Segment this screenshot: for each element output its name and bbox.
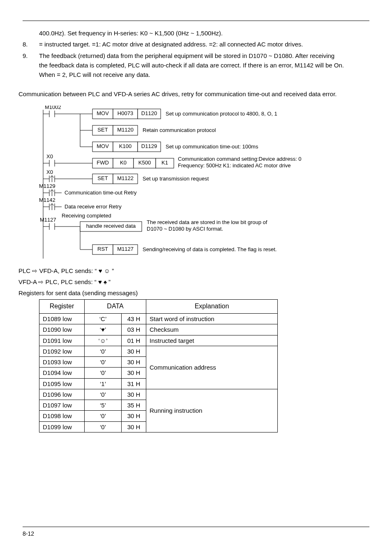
svg-text:RST: RST bbox=[97, 246, 108, 252]
svg-text:D1120: D1120 bbox=[141, 110, 157, 116]
list-content: The feedback (returned) data from the pe… bbox=[39, 51, 369, 80]
svg-text:Data receive error Retry: Data receive error Retry bbox=[65, 204, 122, 210]
svg-text:Set up communication time-out:: Set up communication time-out: 100ms bbox=[166, 143, 258, 150]
cell-reg: D1095 low bbox=[39, 378, 85, 389]
svg-text:FWD: FWD bbox=[97, 160, 109, 166]
plc-sends: PLC ⇨ VFD-A, PLC sends: “ ♥ ☺ ” bbox=[18, 266, 369, 275]
svg-text:Frequency: 500Hz K1: indicated: Frequency: 500Hz K1: indicated AC motor … bbox=[178, 162, 291, 169]
svg-text:K0: K0 bbox=[120, 160, 127, 166]
cell-exp: Running instruction bbox=[146, 389, 278, 432]
cell-reg: D1094 low bbox=[39, 368, 85, 378]
cell-hex: 03 H bbox=[122, 324, 146, 335]
cell-hex: 35 H bbox=[122, 400, 146, 411]
cell-char: ‘C’ bbox=[85, 314, 122, 324]
cell-char: ‘☺’ bbox=[85, 335, 122, 346]
list-content: = instructed target. =1: AC motor drive … bbox=[39, 39, 369, 49]
ladder-svg: .ln{stroke:#000;stroke-width:1;fill:none… bbox=[39, 106, 376, 262]
cell-reg: D1098 low bbox=[39, 411, 85, 421]
list-item-9: 9. The feedback (returned) data from the… bbox=[23, 51, 369, 80]
registers-table: Register DATA Explanation D1089 low ‘C’ … bbox=[39, 299, 278, 432]
cell-char: ‘0’ bbox=[85, 368, 122, 378]
svg-text:X0: X0 bbox=[46, 169, 53, 175]
line: The feedback (returned) data from the pe… bbox=[39, 52, 334, 59]
ladder-diagram: .ln{stroke:#000;stroke-width:1;fill:none… bbox=[39, 106, 369, 262]
svg-text:M1122: M1122 bbox=[117, 175, 134, 181]
cell-reg: D1089 low bbox=[39, 314, 85, 324]
table-row: D1089 low ‘C’ 43 H Start word of instruc… bbox=[39, 314, 278, 324]
list-item-8: 8. = instructed target. =1: AC motor dri… bbox=[23, 39, 369, 49]
svg-text:Set up transmission request: Set up transmission request bbox=[143, 176, 209, 182]
svg-text:Retain communication protocol: Retain communication protocol bbox=[143, 127, 216, 133]
cell-exp: Communication address bbox=[146, 346, 278, 389]
svg-text:SET: SET bbox=[97, 127, 108, 133]
svg-text:Sending/receiving of data is c: Sending/receiving of data is completed. … bbox=[143, 246, 277, 252]
list-number: 9. bbox=[23, 51, 31, 80]
list-number: 8. bbox=[23, 39, 31, 49]
page: 400.0Hz). Set frequency in H-series: K0 … bbox=[0, 0, 392, 555]
continuation-paragraph: 400.0Hz). Set frequency in H-series: K0 … bbox=[39, 28, 369, 38]
cell-hex: 01 H bbox=[122, 335, 146, 346]
cell-reg: D1096 low bbox=[39, 389, 85, 400]
cell-reg: D1092 low bbox=[39, 346, 85, 356]
svg-text:M1120: M1120 bbox=[117, 127, 134, 133]
cell-hex: 31 H bbox=[122, 378, 146, 389]
cell-char: ‘0’ bbox=[85, 389, 122, 400]
cell-reg: D1091 low bbox=[39, 335, 85, 346]
table-header-row: Register DATA Explanation bbox=[39, 300, 278, 314]
svg-text:K500: K500 bbox=[138, 160, 151, 166]
th-data: DATA bbox=[85, 300, 146, 314]
cell-exp: Instructed target bbox=[146, 335, 278, 346]
cell-char: ‘0’ bbox=[85, 411, 122, 421]
svg-text:M1127: M1127 bbox=[40, 217, 56, 223]
svg-text:D1070 ~ D1080 by ASCI format.: D1070 ~ D1080 by ASCI format. bbox=[147, 226, 223, 232]
cell-reg: D1099 low bbox=[39, 421, 85, 432]
svg-text:The received data are stored i: The received data are stored in the low … bbox=[147, 219, 267, 225]
th-explanation: Explanation bbox=[146, 300, 278, 314]
cell-hex: 30 H bbox=[122, 411, 146, 421]
cell-hex: 30 H bbox=[122, 421, 146, 432]
svg-text:M1129: M1129 bbox=[39, 183, 55, 189]
cell-hex: 30 H bbox=[122, 346, 146, 356]
svg-text:M1127: M1127 bbox=[117, 246, 134, 252]
cell-char: ‘5’ bbox=[85, 400, 122, 411]
registers-caption: Registers for sent data (sending message… bbox=[18, 288, 369, 298]
cell-hex: 30 H bbox=[122, 368, 146, 378]
cell-char: ‘0’ bbox=[85, 357, 122, 368]
cell-exp: Checksum bbox=[146, 324, 278, 335]
svg-text:SET: SET bbox=[97, 175, 108, 181]
table-row: D1092 low ‘0’ 30 H Communication address bbox=[39, 346, 278, 356]
svg-text:MOV: MOV bbox=[97, 110, 109, 116]
cell-reg: D1090 low bbox=[39, 324, 85, 335]
cell-reg: D1097 low bbox=[39, 400, 85, 411]
line: When = 2, PLC will not receive any data. bbox=[39, 71, 150, 78]
lead-paragraph: Communication between PLC and VFD-A seri… bbox=[18, 89, 369, 99]
svg-text:handle received data: handle received data bbox=[86, 223, 136, 229]
cell-exp: Start word of instruction bbox=[146, 314, 278, 324]
cell-hex: 30 H bbox=[122, 389, 146, 400]
cell-char: ‘♥’ bbox=[85, 324, 122, 335]
th-register: Register bbox=[39, 300, 85, 314]
top-divider bbox=[23, 21, 369, 21]
svg-text:K1: K1 bbox=[161, 160, 168, 166]
svg-text:X0: X0 bbox=[46, 153, 53, 160]
svg-text:MOV: MOV bbox=[97, 143, 109, 149]
svg-text:Communication command setting:: Communication command setting:Device add… bbox=[178, 156, 302, 162]
cell-reg: D1093 low bbox=[39, 357, 85, 368]
svg-text:K100: K100 bbox=[119, 143, 131, 149]
svg-text:H0073: H0073 bbox=[118, 110, 133, 116]
svg-text:M1002: M1002 bbox=[45, 106, 61, 110]
table-row: D1091 low ‘☺’ 01 H Instructed target bbox=[39, 335, 278, 346]
line: the feedback data is completed, PLC will… bbox=[39, 62, 344, 69]
page-number: 8-12 bbox=[23, 530, 369, 539]
cell-hex: 30 H bbox=[122, 357, 146, 368]
table-row: D1096 low ‘0’ 30 H Running instruction bbox=[39, 389, 278, 400]
svg-text:Set up communication protocol : Set up communication protocol to 4800, 8… bbox=[166, 111, 277, 117]
footer-divider bbox=[23, 527, 369, 527]
cell-hex: 43 H bbox=[122, 314, 146, 324]
table-row: D1090 low ‘♥’ 03 H Checksum bbox=[39, 324, 278, 335]
svg-text:Receiving completed: Receiving completed bbox=[62, 213, 111, 219]
vfd-sends: VFD-A ⇨ PLC, PLC sends: “ ♥ ♠ ” bbox=[18, 277, 369, 287]
cell-char: ‘1’ bbox=[85, 378, 122, 389]
cell-char: ‘0’ bbox=[85, 421, 122, 432]
svg-text:M1142: M1142 bbox=[39, 197, 55, 203]
